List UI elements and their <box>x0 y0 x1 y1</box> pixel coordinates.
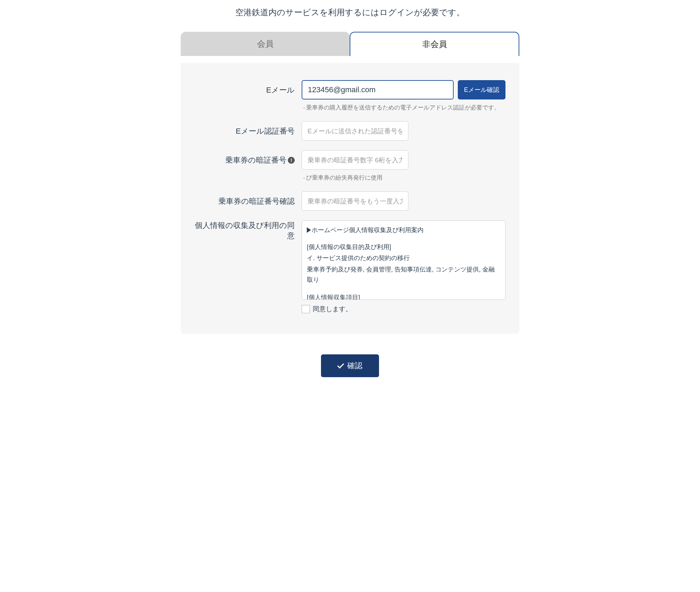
label-pin-text: 乗車券の暗証番号 <box>225 155 286 165</box>
submit-button[interactable]: 確認 <box>321 354 379 377</box>
page-subtitle: 空港鉄道内のサービスを利用するにはログインが必要です。 <box>14 7 686 18</box>
label-auth-code: Eメール認証番号 <box>195 121 302 136</box>
email-help-text: 乗車券の購入履歴を送信するための電子メールアドレス認証が必要です。 <box>302 104 505 112</box>
terms-section1-line2: 乗車券予約及び発券, 会員管理, 告知事項伝達, コンテンツ提供, 金融取り <box>307 264 500 285</box>
terms-section1-title: [個人情報の収集目的及び利用] <box>307 242 500 252</box>
info-icon[interactable] <box>288 157 295 164</box>
row-privacy: 個人情報の収集及び利用の同意 ホームページ個人情報収集及び利用案内 [個人情報の… <box>195 220 505 314</box>
tab-nonmember[interactable]: 非会員 <box>350 32 519 56</box>
pin-help-text: び乗車券の紛失再発行に使用 <box>302 174 505 182</box>
agree-row: 同意します。 <box>302 305 505 314</box>
pin-input[interactable] <box>302 150 408 170</box>
label-privacy: 個人情報の収集及び利用の同意 <box>195 220 302 241</box>
terms-section2-title: [個人情報収集項目] <box>307 292 500 300</box>
row-email: Eメール Eメール確認 乗車券の購入履歴を送信するための電子メールアドレス認証が… <box>195 80 505 112</box>
terms-section1-line1: イ. サービス提供のための契約の移行 <box>307 253 500 264</box>
tabs: 会員 非会員 <box>181 32 519 56</box>
label-pin: 乗車券の暗証番号 <box>195 150 302 165</box>
pin-confirm-input[interactable] <box>302 191 408 211</box>
terms-heading-text: ホームページ個人情報収集及び利用案内 <box>312 225 424 236</box>
submit-button-label: 確認 <box>347 361 362 371</box>
auth-code-input[interactable] <box>302 121 408 141</box>
row-auth-code: Eメール認証番号 <box>195 121 505 141</box>
form-container: Eメール Eメール確認 乗車券の購入履歴を送信するための電子メールアドレス認証が… <box>181 63 519 334</box>
terms-body: [個人情報の収集目的及び利用] イ. サービス提供のための契約の移行 乗車券予約… <box>307 242 500 300</box>
submit-row: 確認 <box>14 354 686 377</box>
check-icon <box>337 362 344 369</box>
agree-label: 同意します。 <box>313 305 352 314</box>
terms-box[interactable]: ホームページ個人情報収集及び利用案内 [個人情報の収集目的及び利用] イ. サー… <box>302 220 505 300</box>
triangle-right-icon <box>307 227 311 233</box>
email-verify-button[interactable]: Eメール確認 <box>458 80 505 99</box>
row-pin: 乗車券の暗証番号 び乗車券の紛失再発行に使用 <box>195 150 505 182</box>
email-input[interactable] <box>302 80 454 99</box>
agree-checkbox[interactable] <box>302 305 310 313</box>
terms-heading: ホームページ個人情報収集及び利用案内 <box>307 225 500 236</box>
row-pin-confirm: 乗車券の暗証番号確認 <box>195 191 505 211</box>
label-email: Eメール <box>195 80 302 95</box>
tab-member[interactable]: 会員 <box>181 32 350 56</box>
label-pin-confirm: 乗車券の暗証番号確認 <box>195 191 302 207</box>
